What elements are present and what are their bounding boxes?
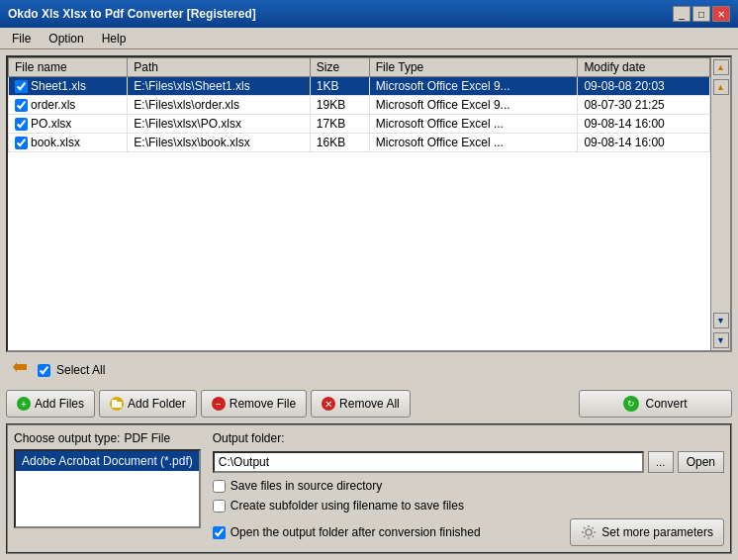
row-checkbox[interactable] [15,80,28,93]
output-section: Choose output type: PDF File Adobe Acrob… [6,423,732,554]
add-folder-button[interactable]: Add Folder [99,390,197,418]
remove-file-button[interactable]: − Remove File [201,390,307,418]
col-filetype: File Type [369,58,578,77]
remove-all-label: Remove All [339,397,400,411]
svg-rect-2 [112,400,117,403]
row-filename: order.xls [31,98,75,112]
params-btn-label: Set more parameters [601,525,713,539]
svg-point-3 [586,529,592,535]
table-row[interactable]: PO.xlsx E:\Files\xlsx\PO.xlsx 17KB Micro… [9,115,710,134]
cell-filename: book.xlsx [9,134,128,152]
app-title: Okdo Xls Xlsx to Pdf Converter [Register… [8,7,256,21]
convert-button[interactable]: ↻ Convert [579,390,732,418]
convert-icon: ↻ [623,396,639,412]
output-type-panel: Choose output type: PDF File Adobe Acrob… [14,431,201,546]
set-params-button[interactable]: Set more parameters [570,518,724,546]
cell-path: E:\Files\xls\Sheet1.xls [128,77,310,96]
cell-modifydate: 09-08-14 16:00 [578,115,710,134]
cell-size: 1KB [310,77,369,96]
cell-modifydate: 09-08-14 16:00 [578,134,710,152]
col-filename: File name [9,58,128,77]
cell-size: 19KB [310,96,369,115]
file-list-container: File name Path Size File Type Modify dat… [6,55,732,352]
gear-icon [581,524,597,540]
create-subfolder-label: Create subfolder using filename to save … [231,499,464,513]
output-folder-row: ... Open [213,451,724,473]
svg-marker-0 [13,362,27,372]
create-subfolder-checkbox[interactable] [213,500,226,513]
remove-file-icon: − [212,397,226,411]
menu-help[interactable]: Help [94,30,135,47]
cell-path: E:\Files\xls\order.xls [128,96,310,115]
scroll-top-button[interactable]: ▲ [713,59,729,75]
row-checkbox[interactable] [15,137,28,149]
scroll-bottom-button[interactable]: ▼ [713,332,729,348]
output-type-list: Adobe Acrobat Document (*.pdf) [14,449,201,528]
main-content: File name Path Size File Type Modify dat… [0,49,738,560]
file-table: File name Path Size File Type Modify dat… [8,57,710,350]
table-row[interactable]: book.xlsx E:\Files\xlsx\book.xlsx 16KB M… [9,134,710,152]
convert-label: Convert [645,397,687,411]
window-controls: _ □ ✕ [673,6,730,22]
toolbar-row: + Add Files Add Folder − Remove File ✕ R… [6,388,732,420]
open-output-label: Open the output folder after conversion … [231,525,481,539]
add-folder-label: Add Folder [128,397,186,411]
output-folder-input[interactable] [213,451,644,473]
save-source-label: Save files in source directory [231,479,382,493]
save-source-checkbox[interactable] [213,480,226,493]
output-type-value: PDF File [124,431,170,445]
table-row[interactable]: order.xls E:\Files\xls\order.xls 19KB Mi… [9,96,710,115]
open-folder-button[interactable]: Open [678,451,724,473]
create-subfolder-row: Create subfolder using filename to save … [213,499,724,513]
scroll-down-button[interactable]: ▼ [713,313,729,328]
minimize-button[interactable]: _ [673,6,691,22]
col-path: Path [128,58,310,77]
output-type-item-pdf[interactable]: Adobe Acrobat Document (*.pdf) [16,451,199,471]
row-checkbox[interactable] [15,99,28,112]
remove-all-button[interactable]: ✕ Remove All [311,390,411,418]
save-source-row: Save files in source directory [213,479,724,493]
cell-size: 17KB [310,115,369,134]
cell-modifydate: 09-08-08 20:03 [578,77,710,96]
col-size: Size [310,58,369,77]
close-button[interactable]: ✕ [712,6,730,22]
row-filename: PO.xlsx [31,117,71,131]
output-folder-label: Output folder: [213,431,724,445]
cell-modifydate: 08-07-30 21:25 [578,96,710,115]
cell-filetype: Microsoft Office Excel 9... [369,96,578,115]
cell-path: E:\Files\xlsx\PO.xlsx [128,115,310,134]
output-folder-panel: Output folder: ... Open Save files in so… [213,431,724,546]
back-icon[interactable] [10,359,32,381]
cell-filetype: Microsoft Office Excel ... [369,134,578,152]
menu-bar: File Option Help [0,28,738,49]
row-checkbox[interactable] [15,118,28,131]
files-table: File name Path Size File Type Modify dat… [8,57,710,152]
open-output-checkbox[interactable] [213,526,226,539]
open-output-row: Open the output folder after conversion … [213,525,481,539]
row-filename: Sheet1.xls [31,79,86,93]
cell-filetype: Microsoft Office Excel ... [369,115,578,134]
select-all-checkbox[interactable] [38,364,50,377]
col-modifydate: Modify date [578,58,710,77]
file-list-scrollbar: ▲ ▲ ▼ ▼ [710,57,730,350]
maximize-button[interactable]: □ [692,6,710,22]
cell-path: E:\Files\xlsx\book.xlsx [128,134,310,152]
add-files-label: Add Files [35,397,84,411]
cell-filename: order.xls [9,96,128,115]
menu-option[interactable]: Option [41,30,91,47]
remove-file-label: Remove File [230,397,296,411]
select-all-row: Select All [6,356,732,384]
add-files-button[interactable]: + Add Files [6,390,95,418]
cell-filename: PO.xlsx [9,115,128,134]
title-bar: Okdo Xls Xlsx to Pdf Converter [Register… [0,0,738,28]
scroll-up-button[interactable]: ▲ [713,79,729,95]
browse-folder-button[interactable]: ... [648,451,674,473]
output-type-label: Choose output type: [14,431,120,445]
table-row[interactable]: Sheet1.xls E:\Files\xls\Sheet1.xls 1KB M… [9,77,710,96]
add-files-icon: + [17,397,31,411]
remove-all-icon: ✕ [322,397,335,411]
add-folder-icon [110,397,124,411]
select-all-label: Select All [56,363,105,377]
cell-filename: Sheet1.xls [9,77,128,96]
menu-file[interactable]: File [4,30,39,47]
